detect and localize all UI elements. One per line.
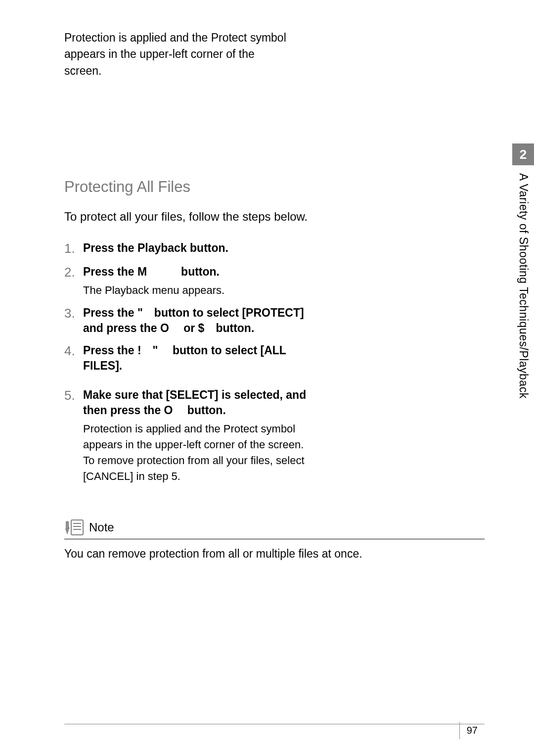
step-title: Press the M button. [83,264,311,280]
step-item: 3. Press the " button to select [PROTECT… [64,305,485,336]
steps-list: 1. Press the Playback button. 2. Press t… [64,240,485,484]
step-number: 3. [64,305,83,336]
chapter-tab: 2 [512,143,534,165]
step-item: 5. Make sure that [SELECT] is selected, … [64,387,485,484]
note-divider [64,539,485,539]
step-item: 2. Press the M button. The Playback menu… [64,264,485,298]
step-title: Make sure that [SELECT] is selected, and… [83,387,311,418]
note-box: Note You can remove protection from all … [64,519,485,561]
page-number: 97 [459,722,485,739]
section-description: To protect all your files, follow the st… [64,210,485,224]
step-title: Press the Playback button. [83,240,311,256]
svg-rect-0 [71,520,83,535]
step-number: 4. [64,343,83,374]
step-title: Press the ! " button to select [ALL FILE… [83,343,311,374]
note-text: You can remove protection from all or mu… [64,547,485,561]
step-subtext: The Playback menu appears. [83,283,311,298]
step-item: 4. Press the ! " button to select [ALL F… [64,343,485,374]
step-number: 1. [64,240,83,257]
step-number: 5. [64,387,83,484]
step-title: Press the " button to select [PROTECT] a… [83,305,311,336]
step-number: 2. [64,264,83,298]
page-footer: 97 [64,724,485,736]
note-icon [64,519,84,536]
page-root: Protection is applied and the Protect sy… [0,0,534,756]
intro-paragraph: Protection is applied and the Protect sy… [64,30,292,79]
step-item: 1. Press the Playback button. [64,240,485,257]
footer-divider [64,724,485,724]
step-subtext: Protection is applied and the Protect sy… [83,421,311,484]
side-chapter-label: A Variety of Shooting Techniques/Playbac… [517,173,530,399]
note-label: Note [89,520,114,534]
section-title: Protecting All Files [64,178,485,196]
